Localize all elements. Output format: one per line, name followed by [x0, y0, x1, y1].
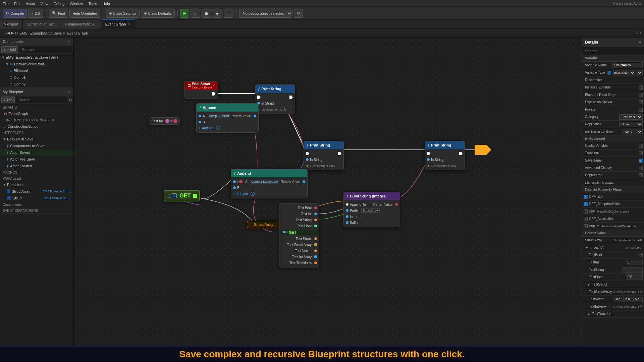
details-close-icon[interactable]: ✕ — [638, 40, 641, 44]
blueprint-read-only-checkbox[interactable] — [639, 93, 643, 97]
cpp-accessible-checkbox[interactable] — [584, 217, 588, 221]
components-close-icon[interactable]: ✕ — [68, 40, 71, 44]
debug-extra-button[interactable]: ⊙ — [294, 9, 303, 18]
billboard-item[interactable]: ⊙ Billboard — [0, 67, 73, 74]
menu-view[interactable]: View — [40, 2, 48, 6]
replication-select[interactable]: None — [619, 122, 643, 127]
variable-section[interactable]: Variable — [582, 55, 644, 62]
bp-search-input[interactable] — [16, 97, 67, 103]
menu-file[interactable]: File — [3, 2, 9, 6]
breadcrumb-nav-right[interactable]: ▶ — [11, 31, 14, 35]
components-search-input[interactable] — [19, 46, 72, 53]
teststruct-remove-icon[interactable]: ✕ — [640, 290, 643, 294]
tab-components[interactable]: Components to S... — [61, 19, 101, 29]
find-button[interactable]: 🔍 Find — [49, 9, 68, 18]
append2-add-pin[interactable]: + Add pin + — [231, 191, 307, 197]
menu-edit[interactable]: Edit — [14, 2, 20, 6]
stop-button[interactable]: ⏹ — [202, 9, 211, 18]
variable-type-select[interactable]: EMS Example ... — [612, 70, 635, 75]
macros-header[interactable]: MACROS — [0, 169, 73, 175]
cpp-contains-checkbox[interactable] — [584, 224, 588, 228]
struct-detail-node[interactable]: Test Bool Test Int Test String Test Floa… — [279, 203, 319, 267]
struct-var-item[interactable]: ⊡ Struct EMS Example Stru... — [0, 195, 73, 201]
add-bp-button[interactable]: + Add — [1, 97, 15, 103]
build-string-node[interactable]: ƒ Build String (Integer) Append To Retur… — [343, 192, 400, 227]
replication-condition-select[interactable]: None — [623, 129, 643, 134]
variables-header[interactable]: VARIABLES — [0, 175, 73, 181]
property-flags-section[interactable]: Defined Property Flags — [582, 186, 644, 193]
comp2-item[interactable]: ⊙ Comp2 — [0, 81, 73, 87]
interfaces-header[interactable]: INTERFACES — [0, 130, 73, 136]
transient-checkbox[interactable] — [639, 151, 643, 155]
components-header[interactable]: Components ✕ — [0, 38, 73, 46]
variable-name-input[interactable] — [612, 63, 643, 68]
print-string-1-node[interactable]: ƒ Print String In String ▼ Development O… — [255, 84, 295, 114]
persistent-header-item[interactable]: ▼ Persistent — [0, 181, 73, 188]
debug-object-select[interactable]: No debug object selected — [239, 9, 292, 18]
self-item[interactable]: ▼ EMS_ExampleStructSave (Self) — [0, 54, 73, 61]
my-blueprint-close-icon[interactable]: ✕ — [68, 90, 71, 94]
components-sub-header[interactable]: Components — [0, 201, 73, 207]
step-button[interactable]: ⏭ — [213, 9, 222, 18]
config-variable-checkbox[interactable] — [639, 144, 643, 148]
class-settings-button[interactable]: ◈ Class Settings — [106, 9, 140, 18]
testvector-x-input[interactable] — [614, 297, 624, 302]
actor-loaded-item[interactable]: ƒ Actor Loaded — [0, 163, 73, 169]
testfloat-input[interactable] — [626, 275, 643, 280]
teststring-input[interactable] — [623, 267, 643, 273]
testintarray-remove-icon[interactable]: ✕ — [640, 304, 643, 309]
easy-multi-save-item[interactable]: ▼ Easy Multi Save — [0, 136, 73, 142]
close-tab-icon[interactable]: ✕ — [128, 22, 130, 26]
breadcrumb-nav-left[interactable]: ◀ — [7, 31, 10, 35]
struct-array-var-item[interactable]: [] StructArray EMS Example Stru... — [0, 188, 73, 195]
testvector-z-input[interactable] — [633, 297, 643, 302]
tab-viewport[interactable]: Viewport — [0, 19, 23, 29]
functions-header[interactable]: FUNCTIONS (26 OVERRIDABLE) — [0, 117, 73, 123]
menu-debug[interactable]: Debug — [54, 2, 64, 6]
append-1-node[interactable]: ƒ Append A Comp 0 Testint Return Value B — [196, 103, 259, 133]
actor-saved-item[interactable]: ƒ Actor Saved — [0, 149, 73, 156]
comp1-item[interactable]: ⊙ Comp1 — [0, 74, 73, 81]
cpp-blueprint-visible-checkbox[interactable]: ✓ — [584, 202, 588, 206]
event-graph-item[interactable]: ⊡ EventGraph — [0, 110, 73, 117]
variable-type-array-select[interactable] — [636, 70, 643, 75]
print-struct-node[interactable]: ⊡ Print Struct Custom Event ✕ — [184, 81, 218, 99]
cpp-edit-checkbox[interactable]: ✓ — [584, 195, 588, 199]
bp-settings-icon[interactable]: ⚙ — [69, 98, 72, 102]
canvas-area[interactable]: ⊡ Print Struct Custom Event ✕ — [74, 38, 582, 346]
instance-editable-checkbox[interactable] — [639, 85, 643, 89]
pause-button[interactable]: ⏸ — [191, 9, 200, 18]
add-component-button[interactable]: + + Add — [1, 46, 18, 53]
append-2-node[interactable]: ƒ Append A Comp 1 StructArray Return Val… — [231, 169, 308, 198]
struct-array-label-node[interactable]: Struct Array — [247, 221, 280, 228]
breadcrumb-part1[interactable]: EMS_ExampleStructSave — [19, 31, 62, 35]
deprecated-checkbox[interactable] — [639, 173, 643, 177]
graphs-header[interactable]: GRAPHS — [0, 104, 73, 110]
default-value-section[interactable]: Default Value — [582, 230, 644, 237]
remove-element-button[interactable]: ✕ — [640, 238, 643, 242]
menu-window[interactable]: Window — [70, 2, 83, 6]
my-blueprint-header[interactable]: My Blueprint ✕ — [0, 88, 73, 96]
print-struct-close[interactable]: ✕ — [212, 84, 215, 87]
advanced-display-checkbox[interactable] — [639, 166, 643, 170]
print-string-2-node[interactable]: ƒ Print String In String ▼ Development O… — [304, 141, 344, 170]
private-checkbox[interactable] — [639, 108, 643, 112]
details-search-input[interactable] — [582, 47, 644, 55]
append1-add-pin[interactable]: + Add pin + — [197, 125, 258, 131]
breadcrumb-part2[interactable]: Event Graph — [67, 31, 88, 35]
advanced-section[interactable]: ▶ Advanced — [582, 135, 644, 142]
play-button[interactable]: ▶ — [180, 9, 189, 18]
diff-button[interactable]: ≠ Diff — [28, 9, 43, 18]
expose-spawn-checkbox[interactable] — [639, 100, 643, 104]
menu-tools[interactable]: Tools — [88, 2, 97, 6]
save-game-checkbox[interactable]: ✓ — [639, 159, 643, 163]
hide-unrelated-button[interactable]: Hide Unrelated — [69, 9, 100, 18]
testint-input[interactable] — [626, 260, 643, 265]
menu-help[interactable]: Help — [102, 2, 110, 6]
category-select[interactable]: Persistent — [619, 114, 643, 120]
tab-event-graph[interactable]: Event Graph ✕ — [101, 19, 135, 29]
testbool-checkbox[interactable] — [639, 253, 643, 257]
compile-button[interactable]: ⚙ Compile — [3, 9, 27, 18]
print-string-3-node[interactable]: ƒ Print String In String ▼ Development O… — [425, 141, 465, 170]
menu-asset[interactable]: Asset — [26, 2, 35, 6]
